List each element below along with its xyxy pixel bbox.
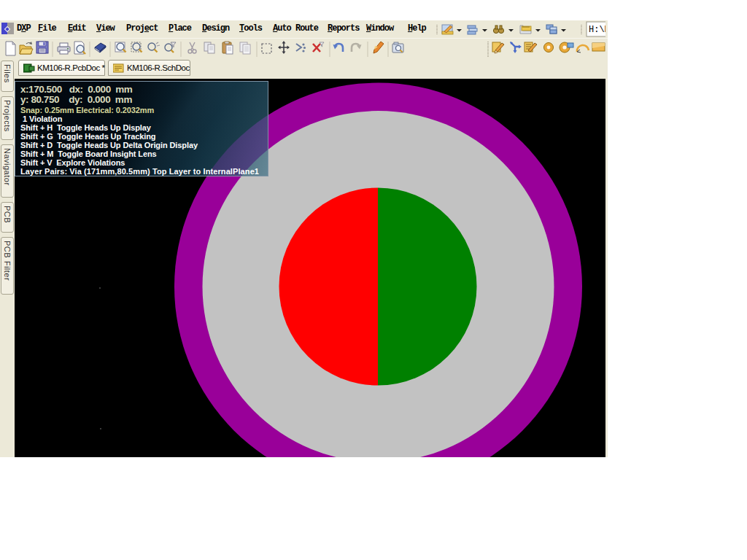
svg-text:H:\D: H:\D <box>589 25 605 35</box>
